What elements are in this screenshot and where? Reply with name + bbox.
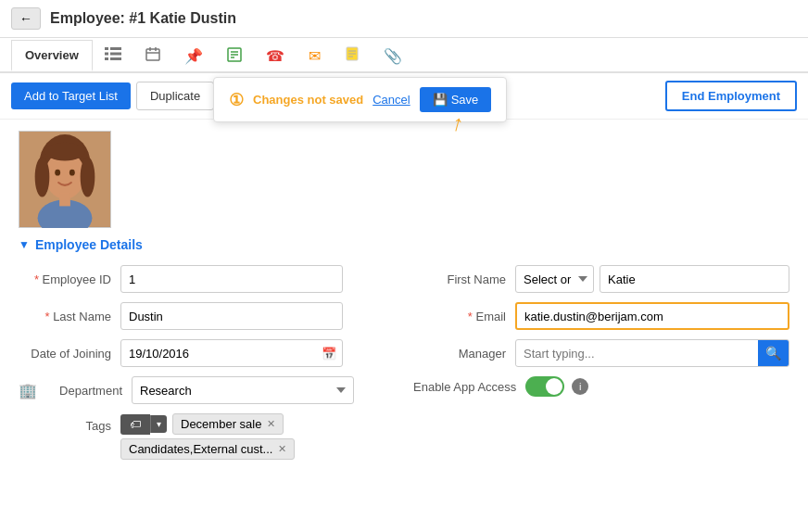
tags-content: 🏷 ▾ December sale ✕ Candidate [120,413,295,460]
form-right-col: First Name Select or Email [413,265,789,460]
section-title: Employee Details [35,237,143,252]
tab-list[interactable] [93,39,133,72]
svg-rect-0 [105,47,108,50]
date-of-joining-input-group: 📅 [120,339,343,367]
tab-pin[interactable]: 📌 [172,39,215,73]
page-title: Employee: #1 Katie Dustin [50,10,236,27]
first-name-group: Select or [515,265,789,293]
svg-rect-6 [146,49,159,60]
tag-text: Candidates,External cust... [129,442,272,456]
first-name-input[interactable] [600,265,789,293]
tag-add-button-group: 🏷 ▾ [120,414,167,435]
employee-id-row: Employee ID [19,265,395,293]
date-of-joining-label: Date of Joining [19,347,120,361]
cancel-link[interactable]: Cancel [372,93,410,107]
info-icon[interactable]: i [572,378,588,395]
calendar-picker-icon[interactable]: 📅 [316,347,342,361]
tags-label: Tags [19,413,120,433]
main-container: ← Employee: #1 Katie Dustin Overview 📌 ☎ [0,0,808,532]
form-grid: Employee ID Last Name Date of Joining [19,265,789,460]
manager-input[interactable] [516,342,758,365]
tab-overview[interactable]: Overview [11,40,93,71]
first-name-row: First Name Select or [413,265,789,293]
svg-rect-4 [105,57,108,60]
save-icon: 💾 [433,93,448,107]
svg-point-25 [35,157,50,196]
tag-add-button[interactable]: 🏷 [120,414,150,435]
employee-id-label: Employee ID [19,272,120,286]
first-name-label: First Name [413,272,515,286]
enable-app-access-label: Enable App Access [413,380,525,394]
action-bar: Add to Target List Duplicate ① Changes n… [0,73,808,120]
calendar-icon [145,48,160,64]
enable-app-access-toggle[interactable] [525,376,564,397]
manager-input-group: 🔍 [515,339,789,367]
add-to-target-button[interactable]: Add to Target List [11,82,131,109]
first-name-select[interactable]: Select or [515,265,594,293]
tab-bar: Overview 📌 ☎ ✉ [0,38,808,73]
email-row: Email [413,302,789,330]
toggle-group: i [525,376,588,397]
tab-phone[interactable]: ☎ [254,39,297,73]
employee-id-input[interactable] [120,265,343,293]
end-employment-button[interactable]: End Employment [665,81,797,111]
svg-point-21 [55,170,60,176]
manager-label: Manager [413,347,515,361]
last-name-row: Last Name [19,302,395,330]
tab-note[interactable] [333,38,372,73]
email-input[interactable] [515,302,789,330]
tags-second-line: Candidates,External cust... ✕ [120,438,295,460]
back-button[interactable]: ← [11,7,41,30]
employee-photo [19,131,111,228]
note-icon [345,48,360,64]
tab-email[interactable]: ✉ [297,39,333,73]
title-bar: ← Employee: #1 Katie Dustin [0,0,808,38]
pin-icon: 📌 [184,48,203,64]
tag-add-dropdown[interactable]: ▾ [150,415,167,433]
tags-row: Tags 🏷 ▾ December sale ✕ [19,413,395,460]
department-row: 🏢 Department Research [19,376,395,404]
list-icon [105,47,121,63]
svg-rect-3 [110,53,121,56]
date-of-joining-row: Date of Joining 📅 [19,339,395,367]
date-of-joining-input[interactable] [121,342,316,365]
unsaved-message: Changes not saved [253,93,363,107]
tab-calendar[interactable] [133,38,172,73]
phone-icon: ☎ [266,48,284,64]
department-icon: 🏢 [19,382,37,399]
department-select[interactable]: Research [132,376,354,404]
tag-remove-button[interactable]: ✕ [278,443,286,455]
employee-details-section-header[interactable]: ▼ Employee Details [19,237,789,252]
save-label: Save [451,93,479,107]
last-name-input[interactable] [120,302,343,330]
last-name-label: Last Name [19,310,120,323]
tab-tasks[interactable] [215,39,254,73]
tags-add-line: 🏷 ▾ December sale ✕ [120,413,295,435]
tasks-icon [227,49,242,65]
department-label: Department [43,384,132,398]
svg-rect-5 [110,57,121,60]
email-icon: ✉ [309,48,321,64]
tag-chip-december-sale: December sale ✕ [172,413,284,435]
svg-point-27 [44,143,84,161]
tag-chip-candidates: Candidates,External cust... ✕ [120,438,295,460]
tag-remove-button[interactable]: ✕ [267,418,275,430]
svg-point-22 [69,170,75,176]
content-area: ▼ Employee Details Employee ID Las [0,120,808,471]
tag-text: December sale [181,417,261,431]
email-label: Email [413,310,515,323]
form-left-col: Employee ID Last Name Date of Joining [19,265,395,460]
svg-point-26 [81,157,95,196]
duplicate-button[interactable]: Duplicate [136,82,214,110]
svg-rect-24 [59,194,70,207]
manager-row: Manager 🔍 [413,339,789,367]
manager-search-button[interactable]: 🔍 [758,340,789,366]
section-collapse-arrow: ▼ [19,238,30,251]
tab-attachment[interactable]: 📎 [372,39,414,73]
warning-icon: ① [229,90,244,110]
svg-rect-2 [105,53,108,56]
toggle-knob [546,378,562,395]
attachment-icon: 📎 [384,48,402,64]
svg-rect-1 [110,47,121,50]
enable-app-access-row: Enable App Access i [413,376,789,397]
